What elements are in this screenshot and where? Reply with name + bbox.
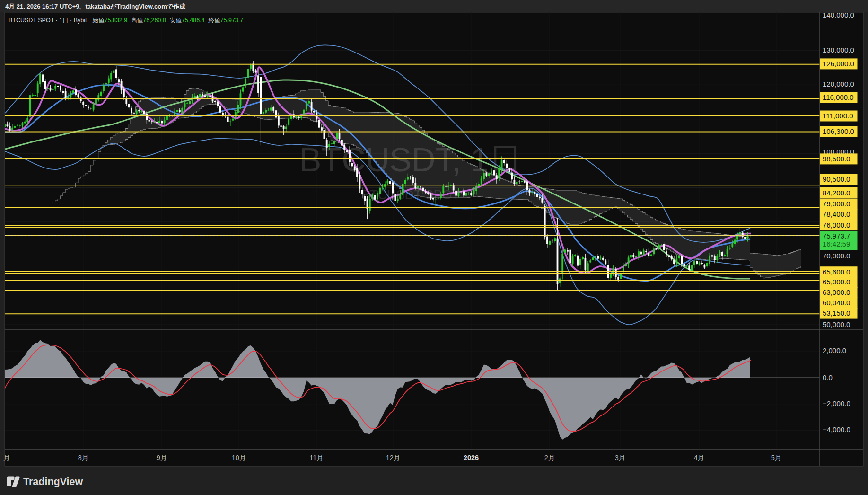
svg-text:10月: 10月 bbox=[232, 454, 246, 461]
svg-text:4月 21, 2026 16:17 UTC+9、takata: 4月 21, 2026 16:17 UTC+9、takatabaがTrading… bbox=[5, 3, 185, 10]
svg-text:2,000.0: 2,000.0 bbox=[823, 346, 846, 354]
svg-text:BTCUSDT SPOT · 1日 · Bybit始値75,: BTCUSDT SPOT · 1日 · Bybit始値75,832.9高値76,… bbox=[9, 17, 243, 24]
svg-text:140,000.0: 140,000.0 bbox=[823, 11, 854, 19]
svg-text:126,000.0: 126,000.0 bbox=[823, 60, 854, 68]
svg-text:11月: 11月 bbox=[309, 454, 324, 461]
svg-text:0.0: 0.0 bbox=[823, 373, 833, 381]
svg-text:2月: 2月 bbox=[544, 454, 555, 461]
svg-text:9月: 9月 bbox=[157, 454, 167, 461]
svg-text:65,600.0: 65,600.0 bbox=[823, 268, 850, 276]
svg-text:65,000.0: 65,000.0 bbox=[823, 278, 850, 286]
svg-text:84,200.0: 84,200.0 bbox=[823, 189, 850, 197]
svg-text:月: 月 bbox=[3, 454, 10, 461]
svg-text:8月: 8月 bbox=[78, 454, 89, 461]
svg-text:60,040.0: 60,040.0 bbox=[823, 299, 850, 307]
svg-text:106,300.0: 106,300.0 bbox=[823, 127, 854, 135]
svg-text:63,000.0: 63,000.0 bbox=[823, 288, 850, 296]
svg-text:111,000.0: 111,000.0 bbox=[823, 112, 853, 120]
svg-text:50,000.0: 50,000.0 bbox=[823, 320, 850, 328]
svg-text:2026: 2026 bbox=[464, 454, 479, 461]
svg-text:120,000.0: 120,000.0 bbox=[823, 80, 854, 88]
svg-text:5月: 5月 bbox=[771, 454, 782, 461]
svg-text:4月: 4月 bbox=[694, 454, 705, 461]
svg-text:75,973.7: 75,973.7 bbox=[823, 232, 850, 240]
svg-text:70,000.0: 70,000.0 bbox=[823, 252, 850, 260]
svg-text:−4,000.0: −4,000.0 bbox=[823, 425, 850, 433]
svg-text:TradingView: TradingView bbox=[23, 476, 83, 487]
svg-text:79,000.0: 79,000.0 bbox=[823, 200, 850, 208]
svg-text:116,000.0: 116,000.0 bbox=[823, 93, 854, 101]
svg-text:76,000.0: 76,000.0 bbox=[823, 221, 850, 229]
svg-text:16:42:59: 16:42:59 bbox=[823, 240, 850, 248]
svg-text:−2,000.0: −2,000.0 bbox=[823, 399, 850, 407]
svg-text:3月: 3月 bbox=[615, 454, 626, 461]
svg-text:12月: 12月 bbox=[386, 454, 401, 461]
svg-text:130,000.0: 130,000.0 bbox=[823, 46, 854, 54]
svg-text:53,150.0: 53,150.0 bbox=[823, 309, 850, 317]
svg-text:90,500.0: 90,500.0 bbox=[823, 175, 850, 183]
svg-text:78,400.0: 78,400.0 bbox=[823, 210, 850, 218]
svg-text:98,500.0: 98,500.0 bbox=[823, 155, 850, 163]
